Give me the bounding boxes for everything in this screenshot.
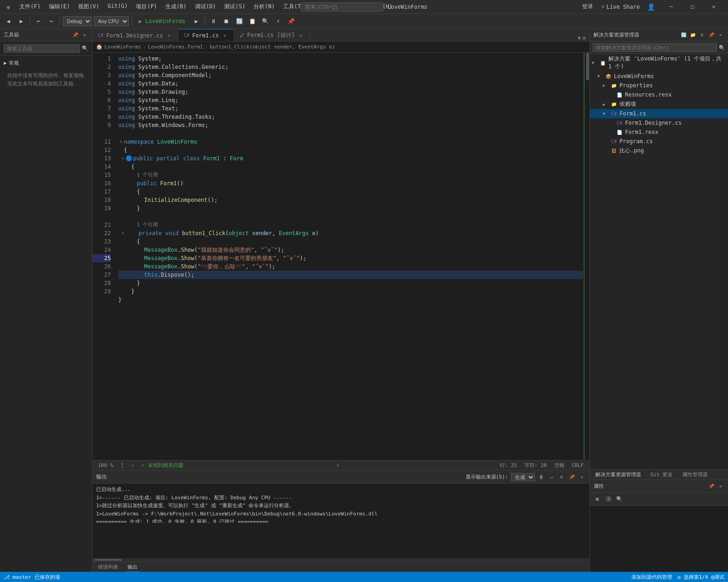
tree-resources-resx[interactable]: 📄 Resources.resx: [590, 90, 728, 99]
toolbar-btn-5[interactable]: 🔍: [260, 16, 271, 27]
tree-form1-resx[interactable]: 📄 Form1.resx: [590, 127, 728, 137]
menu-analyze[interactable]: 分析(N): [250, 1, 279, 12]
toolbox-category-general[interactable]: ▶ 常规: [4, 58, 88, 68]
tab-form1-design[interactable]: 🖊 Form1.cs [设计] ✕: [234, 29, 310, 41]
breadcrumb-project[interactable]: LoveWinForms: [104, 44, 141, 50]
maximize-button[interactable]: □: [682, 0, 703, 14]
profile-icon[interactable]: 👤: [647, 3, 655, 11]
menu-debug[interactable]: 调试(D): [191, 1, 220, 12]
output-settings-icon[interactable]: ⚙: [558, 473, 565, 481]
menu-edit[interactable]: 编辑(E): [45, 1, 74, 12]
liveshare-button[interactable]: ⚡ Live Share: [598, 2, 643, 12]
editor-area[interactable]: 1 2 3 4 5 6 7 8 9 10 11 12 13 14 15 16 1…: [92, 53, 589, 460]
tab-form1-designer[interactable]: C# Form1.Designer.cs ✕: [92, 29, 178, 41]
fold-13[interactable]: ▼: [120, 154, 126, 163]
toolbar-btn-4[interactable]: 📋: [247, 16, 258, 27]
close-button[interactable]: ✕: [703, 0, 724, 14]
status-add-source[interactable]: 添加到源代码管理: [631, 574, 672, 581]
no-issues-label[interactable]: ✓ 未找到相关问题: [141, 462, 183, 469]
output-source-select[interactable]: 生成: [511, 473, 535, 481]
props-search-icon[interactable]: 🔍: [615, 495, 624, 504]
tree-program-cs[interactable]: C# Program.cs: [590, 137, 728, 146]
output-pin-icon[interactable]: 📌: [568, 473, 576, 481]
output-wrap-icon[interactable]: ↵: [548, 473, 555, 481]
code-editor[interactable]: using System; using System.Collections.G…: [115, 53, 583, 460]
toolbar-btn-7[interactable]: 📌: [285, 16, 297, 27]
props-pin-icon[interactable]: 📌: [708, 483, 715, 490]
sol-close-icon[interactable]: ✕: [717, 31, 724, 39]
tree-project[interactable]: ▼ 📦 LoveWinForms: [590, 72, 728, 81]
breadcrumb-member[interactable]: button1_Click(object sender, EventArgs e…: [210, 44, 335, 50]
status-cursor[interactable]: ◎ 选择第1/4 @调试: [678, 574, 724, 581]
tree-properties[interactable]: ▶ 📁 Properties: [590, 81, 728, 90]
tree-dependencies[interactable]: ▶ 📁 依赖项: [590, 99, 728, 109]
toolbar-btn-3[interactable]: 🔄: [234, 16, 245, 27]
menu-git[interactable]: Git(G): [104, 1, 131, 12]
output-scrollbar[interactable]: [92, 558, 589, 562]
config-select[interactable]: Debug: [63, 16, 92, 26]
forward-button[interactable]: ▶: [16, 16, 27, 27]
minimize-button[interactable]: ─: [661, 0, 682, 14]
props-alpha-icon[interactable]: Ⓐ: [604, 495, 613, 504]
col-info[interactable]: 字符: 28: [524, 462, 547, 469]
props-close-icon[interactable]: ✕: [717, 483, 724, 490]
breadcrumb-file[interactable]: LoveWinForms.Form1: [148, 44, 203, 50]
sol-sync-icon[interactable]: 🔄: [680, 31, 687, 39]
status-saved[interactable]: 已保存的项: [35, 574, 60, 581]
sol-settings-icon[interactable]: ⚙: [698, 31, 706, 39]
toolbar-btn-6[interactable]: ⚡: [273, 16, 284, 27]
props-categorized-icon[interactable]: ⊞: [593, 495, 602, 504]
tree-form1-cs[interactable]: ▼ C# Form1.cs: [590, 109, 728, 118]
output-clear-icon[interactable]: 🗑: [538, 473, 545, 481]
sol-all-files-icon[interactable]: 📁: [689, 31, 697, 39]
menu-project[interactable]: 项目(P): [132, 1, 161, 12]
toolbox-pin-icon[interactable]: 📌: [72, 31, 79, 39]
tree-bixin-png[interactable]: 🖼 比心.png: [590, 146, 728, 156]
login-button[interactable]: 登录: [579, 3, 596, 11]
output-close-icon[interactable]: ✕: [578, 473, 586, 481]
toolbox-search-input[interactable]: [4, 44, 80, 53]
toolbox-close-icon[interactable]: ✕: [81, 31, 88, 39]
menu-view[interactable]: 视图(V): [74, 1, 103, 12]
tab-close-2[interactable]: ✕: [297, 32, 304, 39]
tree-solution[interactable]: ▼ 📋 解决方案 'LoveWinForms' (1 个项目，共 1 个): [590, 54, 728, 72]
line-info[interactable]: 行: 25: [500, 462, 517, 469]
bottom-tab-errors[interactable]: 错误列表: [96, 563, 120, 571]
spaces-info[interactable]: 空格: [554, 462, 564, 469]
se-tab-git[interactable]: Git 更改: [649, 470, 675, 479]
menu-test[interactable]: 测试(S): [220, 1, 249, 12]
output-scroll-thumb[interactable]: [94, 559, 122, 561]
properties-label: Properties: [619, 82, 653, 89]
tab-split-icon[interactable]: ⊞: [582, 35, 586, 41]
run-button[interactable]: ▶ LoveWinForms: [135, 16, 189, 27]
solution-search-input[interactable]: [593, 43, 717, 52]
properties-panel: 属性 📌 ✕ ⊞ Ⓐ 🔍: [590, 479, 728, 572]
status-git-branch[interactable]: ⎇ master: [4, 574, 31, 580]
sol-pin-icon[interactable]: 📌: [708, 31, 715, 39]
bottom-tab-output[interactable]: 输出: [126, 563, 140, 572]
encoding-info[interactable]: CRLF: [572, 462, 584, 468]
menu-build[interactable]: 生成(B): [162, 1, 190, 12]
global-search-input[interactable]: [301, 2, 384, 12]
back-button[interactable]: ◀: [3, 16, 14, 27]
tab-close-0[interactable]: ✕: [166, 32, 172, 39]
fold-11[interactable]: ▼: [118, 138, 124, 146]
undo-button[interactable]: ↩: [33, 16, 44, 27]
scrollbar-thumb[interactable]: [586, 53, 589, 80]
attach-button[interactable]: ▶: [191, 16, 202, 27]
editor-scrollbar[interactable]: [585, 53, 589, 460]
tab-form1-cs[interactable]: C# Form1.cs ✕: [178, 29, 234, 41]
toolbar-btn-2[interactable]: ⏹: [221, 16, 232, 27]
redo-button[interactable]: ↪: [46, 16, 57, 27]
platform-select[interactable]: Any CPU: [94, 16, 129, 26]
tab-collapse-icon[interactable]: ▼: [578, 35, 581, 41]
fold-22[interactable]: ▼: [120, 229, 126, 237]
tree-form1-designer[interactable]: C# Form1.Designer.cs: [590, 118, 728, 127]
toolbar-btn-1[interactable]: ⏸: [208, 16, 219, 27]
se-tab-solution[interactable]: 解决方案资源管理器: [594, 470, 643, 479]
zoom-level[interactable]: 100 %: [98, 462, 113, 468]
se-tab-properties-mgr[interactable]: 属性管理器: [680, 470, 710, 479]
menu-file[interactable]: 文件(F): [16, 1, 44, 12]
tab-close-1[interactable]: ✕: [222, 32, 228, 39]
tab-label: Form1.Designer.cs: [106, 32, 163, 39]
